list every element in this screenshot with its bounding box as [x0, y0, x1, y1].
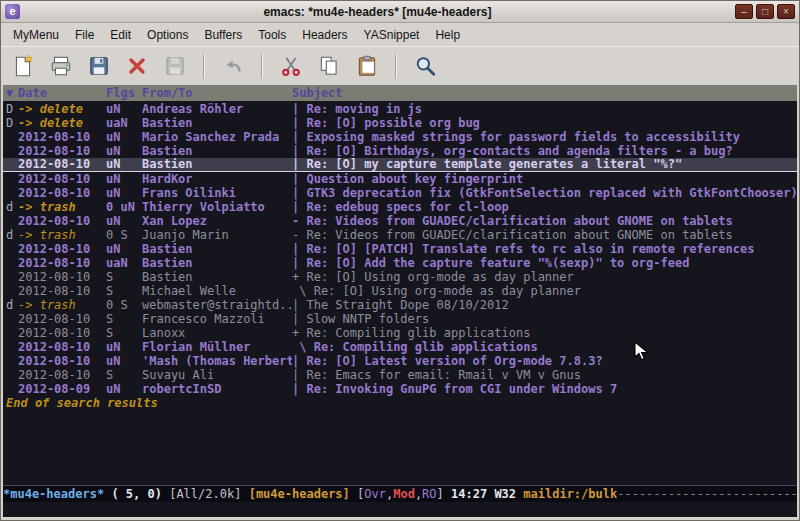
message-subject: | Re: moving in js [292, 102, 797, 116]
message-row[interactable]: 2012-08-10uNBastien| Re: [O] [PATCH] Tra… [3, 242, 797, 256]
message-row[interactable]: 2012-08-10uNMario Sanchez Prada| Exposin… [3, 130, 797, 144]
message-mark [3, 354, 18, 368]
message-row[interactable]: d-> trash0 uNThierry Volpiatto| Re: edeb… [3, 200, 797, 214]
message-date: 2012-08-10 [18, 214, 106, 228]
search-button[interactable] [413, 54, 437, 78]
message-subject: | GTK3 deprecation fix (GtkFontSelection… [292, 186, 797, 200]
message-row[interactable]: D-> deleteuaNBastien| Re: [O] possible o… [3, 116, 797, 130]
modeline-segment: ] [437, 486, 451, 502]
message-subject: | Re: [O] my capture template generates … [292, 158, 797, 171]
message-from: Lanoxx [142, 326, 292, 340]
message-subject: | Re: [O] possible org bug [292, 116, 797, 130]
message-row[interactable]: D-> deleteuNAndreas Röhler| Re: moving i… [3, 102, 797, 116]
maximize-button[interactable]: □ [756, 4, 774, 19]
menu-item-buffers[interactable]: Buffers [196, 25, 250, 45]
message-flags: uN [106, 214, 142, 228]
message-date: 2012-08-10 [18, 340, 106, 354]
close-button[interactable]: × [777, 4, 795, 19]
message-row[interactable]: 2012-08-10uN'Mash (Thomas Herbert)| Re: … [3, 354, 797, 368]
message-row[interactable]: 2012-08-10uaNBastien| Re: [O] Add the ca… [3, 256, 797, 270]
message-date: -> trash [18, 200, 106, 214]
menu-item-yasnippet[interactable]: YASnippet [356, 25, 428, 45]
menu-bar: MyMenuFileEditOptionsBuffersToolsHeaders… [1, 23, 799, 46]
column-header-from[interactable]: From/To [142, 85, 292, 101]
message-date: -> delete [18, 116, 106, 130]
message-from: Mario Sanchez Prada [142, 130, 292, 144]
echo-area[interactable] [3, 502, 797, 517]
message-row[interactable]: 2012-08-10SMichael Welle \ Re: [O] Using… [3, 284, 797, 298]
copy-button[interactable] [317, 54, 341, 78]
cut-button[interactable] [279, 54, 303, 78]
message-date: 2012-08-09 [18, 382, 106, 396]
message-row[interactable]: 2012-08-10uNBastien| Re: [O] my capture … [3, 158, 797, 172]
menu-item-headers[interactable]: Headers [294, 25, 355, 45]
menu-item-tools[interactable]: Tools [250, 25, 294, 45]
modeline-segment: RO [422, 486, 436, 502]
end-of-search-results: End of search results [3, 396, 797, 410]
message-date: -> trash [18, 298, 106, 312]
message-date: 2012-08-10 [18, 312, 106, 326]
save-button[interactable] [87, 54, 111, 78]
message-row[interactable]: d-> trash0 Swebmaster@straightd...| The … [3, 298, 797, 312]
message-mark: d [3, 298, 18, 312]
message-from: Andreas Röhler [142, 102, 292, 116]
message-row[interactable]: 2012-08-10uNFrans Oilinki| GTK3 deprecat… [3, 186, 797, 200]
column-header-date[interactable]: Date [18, 85, 106, 101]
message-mark [3, 284, 18, 298]
message-row[interactable]: d-> trash0 SJuanjo Marin- Re: Videos fro… [3, 228, 797, 242]
window-title: emacs: *mu4e-headers* [mu4e-headers] [20, 5, 735, 19]
message-mark [3, 172, 18, 186]
message-mark [3, 340, 18, 354]
headers-buffer: D-> deleteuNAndreas Röhler| Re: moving i… [3, 101, 797, 485]
menu-item-help[interactable]: Help [427, 25, 468, 45]
message-mark: D [3, 102, 18, 116]
message-subject: | Re: edebug specs for cl-loop [292, 200, 797, 214]
message-subject: | Re: Invoking GnuPG from CGI under Wind… [292, 382, 797, 396]
undo-button [221, 54, 245, 78]
message-subject: | Re: [O] Birthdays, org-contacts and ag… [292, 144, 797, 158]
message-date: 2012-08-10 [18, 186, 106, 200]
paste-button[interactable] [355, 54, 379, 78]
message-mark: d [3, 200, 18, 214]
minimize-button[interactable]: – [735, 4, 753, 19]
message-flags: uN [106, 172, 142, 186]
message-row[interactable]: 2012-08-10uNXan Lopez- Re: Videos from G… [3, 214, 797, 228]
message-row[interactable]: 2012-08-10uNBastien| Re: [O] Birthdays, … [3, 144, 797, 158]
menu-item-edit[interactable]: Edit [102, 25, 139, 45]
menu-item-mymenu[interactable]: MyMenu [5, 25, 67, 45]
sort-indicator-icon[interactable]: ▼ [3, 85, 18, 101]
message-mark [3, 312, 18, 326]
message-row[interactable]: 2012-08-10SSuvayu Ali| Re: Emacs for ema… [3, 368, 797, 382]
message-flags: uaN [106, 256, 142, 270]
message-subject: | Slow NNTP folders [292, 312, 797, 326]
toolbar-separator [261, 54, 263, 78]
message-mark [3, 144, 18, 158]
column-header-flags[interactable]: Flgs [106, 85, 142, 101]
modeline-segment: , [386, 486, 393, 502]
print-icon [49, 54, 73, 78]
message-mark [3, 130, 18, 144]
message-from: Bastien [142, 256, 292, 270]
message-row[interactable]: 2012-08-10SLanoxx+ Re: Compiling glib ap… [3, 326, 797, 340]
title-bar[interactable]: e emacs: *mu4e-headers* [mu4e-headers] –… [1, 1, 799, 23]
print-button[interactable] [49, 54, 73, 78]
message-flags: uN [106, 144, 142, 158]
message-row[interactable]: 2012-08-10uNFlorian Müllner \ Re: Compil… [3, 340, 797, 354]
menu-item-file[interactable]: File [67, 25, 102, 45]
menu-item-options[interactable]: Options [139, 25, 196, 45]
message-flags: uN [106, 242, 142, 256]
close-buffer-button[interactable] [125, 54, 149, 78]
message-subject: | Re: [O] Latest version of Org-mode 7.8… [292, 354, 797, 368]
message-row[interactable]: 2012-08-09uNrobertcInSD| Re: Invoking Gn… [3, 382, 797, 396]
copy-icon [317, 54, 341, 78]
message-from: webmaster@straightd... [142, 298, 292, 312]
message-row[interactable]: 2012-08-10uNHardKor| Question about key … [3, 172, 797, 186]
column-header-subject[interactable]: Subject [292, 85, 797, 101]
modeline-segment: ----------------------------------------… [617, 486, 797, 502]
message-subject: - Re: Videos from GUADEC/clarification a… [292, 228, 797, 242]
message-row[interactable]: 2012-08-10SFrancesco Mazzoli| Slow NNTP … [3, 312, 797, 326]
new-file-button[interactable] [11, 54, 35, 78]
message-date: -> trash [18, 228, 106, 242]
message-subject: | Re: [O] [PATCH] Translate refs to rc a… [292, 242, 797, 256]
message-row[interactable]: 2012-08-10SBastien+ Re: [O] Using org-mo… [3, 270, 797, 284]
